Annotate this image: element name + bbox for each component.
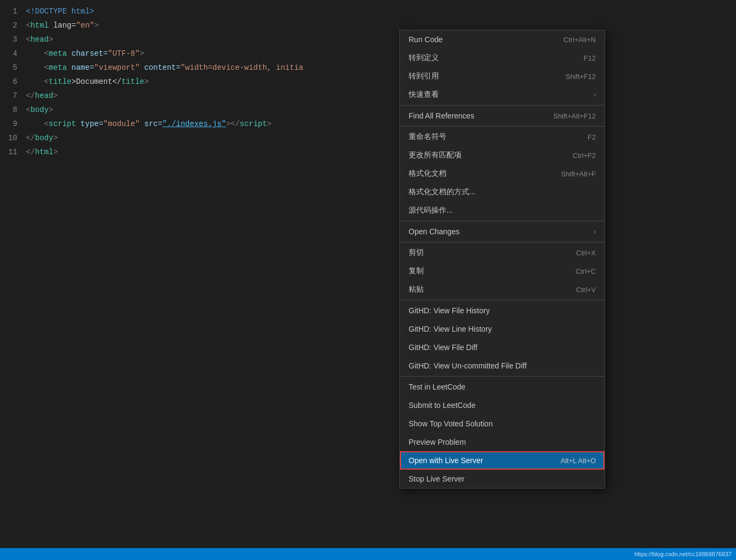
line-content: <html lang="en"> — [26, 21, 98, 30]
menu-item-submit-leetcode[interactable]: Submit to LeetCode — [400, 396, 604, 414]
menu-item-label: 格式化文档 — [409, 169, 446, 179]
menu-item-test-leetcode[interactable]: Test in LeetCode — [400, 378, 604, 396]
menu-item-goto-ref[interactable]: 转到引用Shift+F12 — [400, 67, 604, 85]
shortcut-label: Shift+F12 — [566, 73, 596, 81]
menu-item-paste[interactable]: 粘贴Ctrl+V — [400, 280, 604, 299]
menu-item-stop-live-server[interactable]: Stop Live Server — [400, 470, 604, 488]
menu-item-label: Show Top Voted Solution — [409, 419, 492, 428]
menu-item-rename[interactable]: 重命名符号F2 — [400, 128, 604, 146]
code-line: 3<head> — [0, 32, 736, 47]
shortcut-label: F2 — [588, 133, 596, 141]
menu-item-cut[interactable]: 剪切Ctrl+X — [400, 243, 604, 262]
shortcut-label: Alt+L Alt+O — [561, 457, 596, 465]
menu-item-label: 重命名符号 — [409, 132, 446, 142]
line-content: <body> — [26, 106, 53, 114]
menu-item-format-doc[interactable]: 格式化文档Shift+Alt+F — [400, 164, 604, 183]
shortcut-label: Shift+Alt+F12 — [553, 112, 596, 120]
menu-item-goto-def[interactable]: 转到定义F12 — [400, 49, 604, 67]
line-number: 10 — [0, 134, 26, 142]
code-line: 9 <script type="module" src="./indexes.j… — [0, 117, 736, 131]
menu-item-label: Test in LeetCode — [409, 383, 465, 391]
menu-separator — [400, 105, 604, 106]
line-number: 8 — [0, 106, 26, 114]
menu-item-githd-uncommitted[interactable]: GitHD: View Un-committed File Diff — [400, 357, 604, 375]
menu-item-label: 转到定义 — [409, 53, 439, 63]
menu-item-label: 转到引用 — [409, 71, 439, 81]
line-number: 2 — [0, 21, 26, 30]
menu-separator — [400, 300, 604, 300]
menu-item-find-refs[interactable]: Find All ReferencesShift+Alt+F12 — [400, 107, 604, 125]
line-number: 9 — [0, 120, 26, 128]
line-content: <meta name="viewport" content="width=dev… — [26, 63, 304, 72]
line-content: </head> — [26, 91, 58, 100]
menu-item-label: Find All References — [409, 111, 474, 120]
menu-separator — [400, 376, 604, 377]
menu-item-label: 复制 — [409, 266, 424, 276]
code-line: 7</head> — [0, 89, 736, 103]
menu-item-run-code[interactable]: Run CodeCtrl+Alt+N — [400, 30, 604, 49]
shortcut-label: Shift+Alt+F — [561, 170, 596, 178]
menu-item-label: Open Changes — [409, 227, 459, 236]
menu-item-label: 源代码操作... — [409, 206, 453, 215]
menu-item-label: GitHD: View Un-committed File Diff — [409, 361, 527, 370]
code-line: 6 <title>Document</title> — [0, 75, 736, 89]
menu-item-copy[interactable]: 复制Ctrl+C — [400, 262, 604, 280]
line-number: 6 — [0, 77, 26, 86]
shortcut-label: Ctrl+C — [576, 267, 596, 275]
code-line: 5 <meta name="viewport" content="width=d… — [0, 61, 736, 75]
menu-item-label: Preview Problem — [409, 438, 466, 446]
menu-item-githd-file-history[interactable]: GitHD: View File History — [400, 301, 604, 320]
menu-separator — [400, 242, 604, 242]
line-content: <!DOCTYPE html> — [26, 7, 94, 16]
menu-separator — [400, 126, 604, 127]
menu-item-source-action[interactable]: 源代码操作... — [400, 201, 604, 220]
line-number: 3 — [0, 35, 26, 44]
code-line: 8<body> — [0, 103, 736, 117]
menu-item-label: 更改所有匹配项 — [409, 150, 462, 160]
line-number: 7 — [0, 91, 26, 100]
line-content: <script type="module" src="./indexes.js"… — [26, 120, 272, 128]
context-menu: Run CodeCtrl+Alt+N转到定义F12转到引用Shift+F12快速… — [399, 30, 605, 489]
shortcut-label: F12 — [584, 54, 596, 62]
line-content: <head> — [26, 35, 53, 44]
editor-area: 1<!DOCTYPE html>2<html lang="en">3<head>… — [0, 0, 736, 560]
menu-item-show-top-voted[interactable]: Show Top Voted Solution — [400, 414, 604, 433]
menu-item-label: Stop Live Server — [409, 475, 465, 483]
line-content: <title>Document</title> — [26, 77, 149, 86]
menu-item-label: 粘贴 — [409, 285, 424, 294]
line-content: </html> — [26, 148, 58, 156]
menu-item-quick-view[interactable]: 快速查看› — [400, 85, 604, 104]
code-line: 11</html> — [0, 145, 736, 159]
code-line: 2<html lang="en"> — [0, 18, 736, 32]
menu-item-githd-line-history[interactable]: GitHD: View Line History — [400, 320, 604, 338]
menu-item-label: Open with Live Server — [409, 456, 483, 465]
shortcut-label: Ctrl+F2 — [573, 151, 596, 160]
status-url: https://blog.csdn.net/cc18868876837 — [634, 551, 732, 557]
line-number: 5 — [0, 63, 26, 72]
menu-item-label: Run Code — [409, 35, 443, 44]
code-line: 10</body> — [0, 131, 736, 145]
menu-item-open-changes[interactable]: Open Changes› — [400, 222, 604, 241]
shortcut-label: Ctrl+X — [576, 249, 596, 257]
menu-item-label: GitHD: View Line History — [409, 325, 492, 333]
menu-separator — [400, 221, 604, 221]
menu-item-format-doc-with[interactable]: 格式化文档的方式... — [400, 183, 604, 201]
code-line: 1<!DOCTYPE html> — [0, 4, 736, 18]
chevron-right-icon: › — [594, 91, 596, 98]
menu-item-label: GitHD: View File Diff — [409, 343, 477, 352]
menu-item-change-all[interactable]: 更改所有匹配项Ctrl+F2 — [400, 146, 604, 164]
menu-item-open-live-server[interactable]: Open with Live ServerAlt+L Alt+O — [400, 451, 604, 470]
menu-item-label: 快速查看 — [409, 90, 439, 100]
menu-item-preview-problem[interactable]: Preview Problem — [400, 433, 604, 451]
code-line: 4 <meta charset="UTF-8"> — [0, 47, 736, 61]
line-content: <meta charset="UTF-8"> — [26, 49, 144, 58]
shortcut-label: Ctrl+Alt+N — [563, 36, 596, 44]
menu-item-label: Submit to LeetCode — [409, 401, 476, 410]
status-bar: https://blog.csdn.net/cc18868876837 — [0, 548, 736, 560]
line-number: 11 — [0, 148, 26, 156]
chevron-right-icon: › — [594, 228, 596, 235]
menu-item-label: 格式化文档的方式... — [409, 187, 476, 197]
line-number: 4 — [0, 49, 26, 58]
shortcut-label: Ctrl+V — [576, 286, 596, 294]
menu-item-githd-file-diff[interactable]: GitHD: View File Diff — [400, 338, 604, 357]
